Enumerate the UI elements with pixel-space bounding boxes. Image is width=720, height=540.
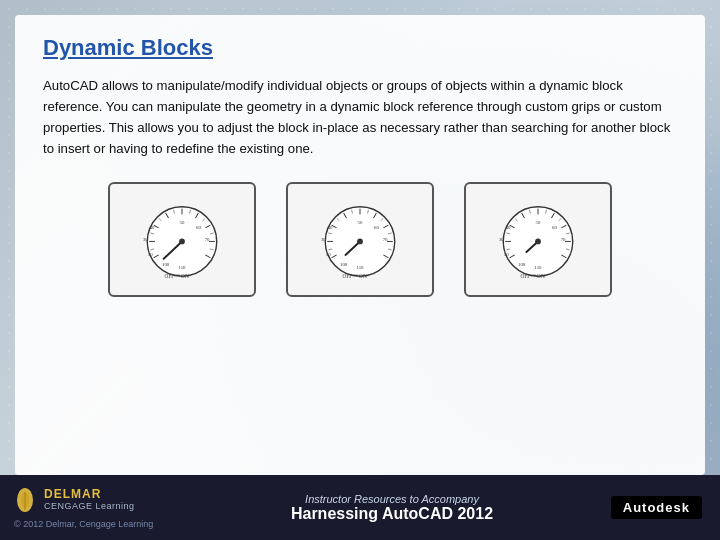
page-title: Dynamic Blocks (43, 35, 677, 61)
footer-logo-row: DELMAR CENGAGE Learning (14, 486, 153, 514)
delmar-brand-name: DELMAR (44, 488, 135, 501)
svg-text:OFF: OFF (521, 273, 531, 279)
delmar-logo-icon (14, 486, 36, 514)
svg-text:70: 70 (205, 237, 210, 242)
svg-text:ON: ON (537, 273, 545, 279)
svg-text:50: 50 (358, 220, 363, 225)
svg-text:60: 60 (374, 225, 379, 230)
book-title: Harnessing AutoCAD 2012 (173, 505, 611, 523)
svg-text:70: 70 (383, 237, 388, 242)
gauge-1-svg: 50 60 70 40 30 10 100 110 OFF ON (127, 199, 237, 281)
instructor-label: Instructor Resources to Accompany (173, 493, 611, 505)
cengage-brand-name: CENGAGE Learning (44, 502, 135, 512)
svg-text:40: 40 (506, 225, 511, 230)
svg-text:OFF: OFF (165, 273, 175, 279)
svg-text:OFF: OFF (343, 273, 353, 279)
svg-text:10: 10 (148, 252, 153, 257)
svg-text:100: 100 (162, 262, 170, 267)
footer-left: DELMAR CENGAGE Learning © 2012 Delmar, C… (14, 486, 153, 529)
footer-center: Instructor Resources to Accompany Harnes… (153, 493, 611, 523)
svg-point-89 (535, 239, 541, 245)
content-panel: Dynamic Blocks AutoCAD allows to manipul… (15, 15, 705, 475)
gauge-2: 50 60 70 40 30 10 100 110 OFF ON (286, 182, 434, 297)
svg-point-58 (357, 239, 363, 245)
svg-text:110: 110 (356, 265, 364, 270)
svg-text:30: 30 (499, 237, 504, 242)
svg-point-27 (179, 239, 185, 245)
svg-text:110: 110 (178, 265, 186, 270)
gauge-2-svg: 50 60 70 40 30 10 100 110 OFF ON (305, 199, 415, 281)
autodesk-badge: Autodesk (611, 496, 702, 519)
body-text: AutoCAD allows to manipulate/modify indi… (43, 75, 677, 160)
gauge-3: 50 60 70 40 30 10 100 110 OFF ON (464, 182, 612, 297)
svg-text:110: 110 (534, 265, 542, 270)
gauges-row: 50 60 70 40 30 10 100 110 OFF ON (43, 182, 677, 297)
svg-text:60: 60 (196, 225, 201, 230)
svg-text:50: 50 (180, 220, 185, 225)
copyright-text: © 2012 Delmar, Cengage Learning (14, 519, 153, 529)
svg-text:ON: ON (181, 273, 189, 279)
gauge-3-svg: 50 60 70 40 30 10 100 110 OFF ON (483, 199, 593, 281)
svg-text:70: 70 (561, 237, 566, 242)
svg-text:10: 10 (326, 252, 331, 257)
svg-text:100: 100 (518, 262, 526, 267)
gauge-1: 50 60 70 40 30 10 100 110 OFF ON (108, 182, 256, 297)
svg-text:50: 50 (536, 220, 541, 225)
svg-text:40: 40 (328, 225, 333, 230)
svg-text:40: 40 (150, 225, 155, 230)
svg-text:60: 60 (552, 225, 557, 230)
svg-text:100: 100 (340, 262, 348, 267)
svg-text:30: 30 (143, 237, 148, 242)
delmar-logo-text: DELMAR CENGAGE Learning (44, 488, 135, 511)
svg-text:10: 10 (504, 252, 509, 257)
footer-bar: DELMAR CENGAGE Learning © 2012 Delmar, C… (0, 475, 720, 540)
svg-text:ON: ON (359, 273, 367, 279)
svg-text:30: 30 (321, 237, 326, 242)
